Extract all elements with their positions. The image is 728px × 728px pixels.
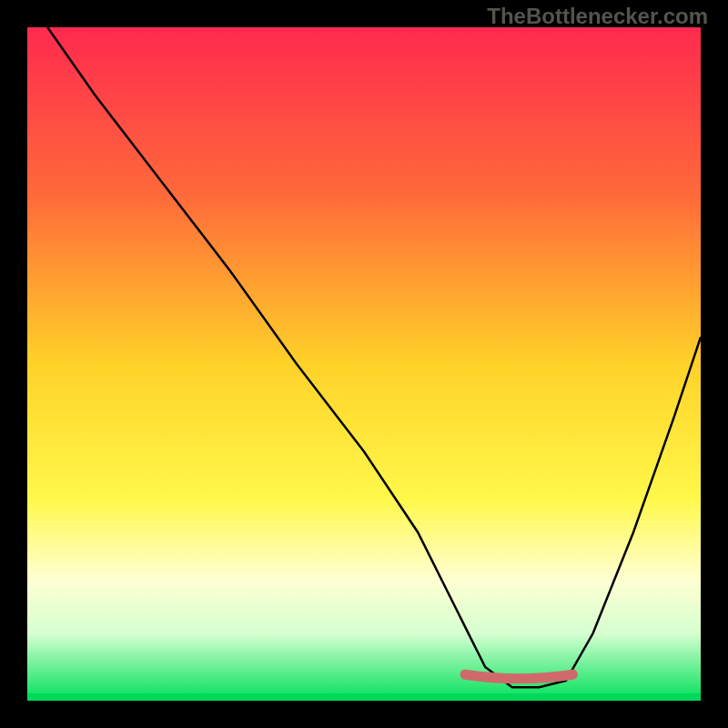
green-baseline — [27, 693, 701, 701]
plot-background — [27, 27, 701, 701]
watermark-label: TheBottlenecker.com — [487, 4, 708, 29]
optimal-band — [465, 674, 572, 679]
chart-container: TheBottlenecker.com — [0, 0, 728, 728]
bottleneck-chart — [0, 0, 728, 728]
